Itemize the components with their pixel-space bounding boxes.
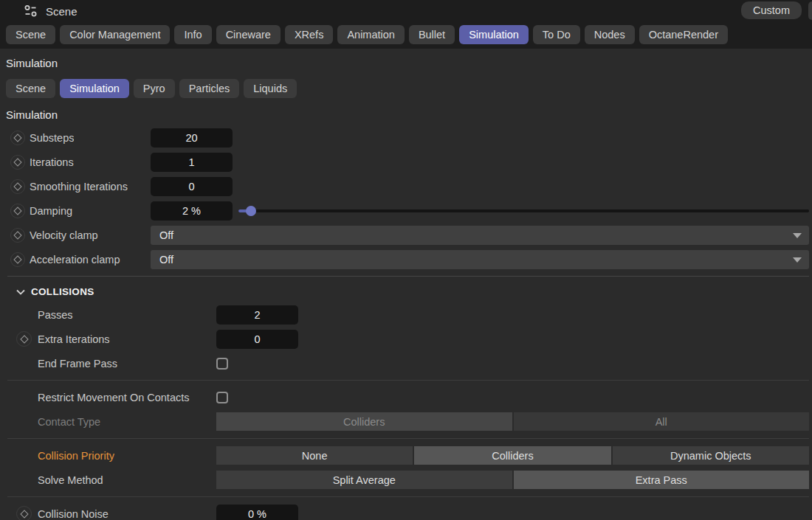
- contact-type-option-colliders: Colliders: [216, 412, 512, 431]
- chevron-down-icon: [793, 233, 802, 238]
- tab-scene[interactable]: Scene: [6, 25, 55, 44]
- tab-nodes[interactable]: Nodes: [585, 25, 635, 44]
- param-row-solve-method: Solve Method Split Average Extra Pass: [0, 468, 812, 492]
- param-row-smoothing-iterations: Smoothing Iterations 0: [0, 174, 812, 198]
- collision-noise-input[interactable]: 0 %: [216, 505, 298, 520]
- collisions-group-header[interactable]: COLLISIONS: [0, 281, 812, 302]
- subtab-scene[interactable]: Scene: [6, 79, 55, 98]
- solve-method-option-split-average[interactable]: Split Average: [216, 471, 512, 489]
- slider-track[interactable]: [238, 209, 809, 212]
- param-row-restrict-movement: Restrict Movement On Contacts: [0, 385, 812, 409]
- passes-input[interactable]: 2: [216, 305, 298, 325]
- keyframe-diamond-icon[interactable]: [10, 131, 25, 145]
- damping-label: Damping: [30, 205, 72, 217]
- restrict-movement-checkbox[interactable]: [216, 392, 228, 403]
- tab-xrefs[interactable]: XRefs: [285, 25, 334, 44]
- collision-priority-option-colliders[interactable]: Colliders: [414, 446, 610, 465]
- page-title: Simulation: [0, 49, 812, 69]
- param-row-passes: Passes 2: [0, 302, 812, 327]
- divider: [7, 276, 809, 277]
- tab-cineware[interactable]: Cineware: [216, 25, 281, 44]
- tab-to-do[interactable]: To Do: [533, 25, 580, 44]
- main-tab-bar: Scene Color Management Info Cineware XRe…: [0, 22, 812, 44]
- sub-tab-bar: Scene Simulation Pyro Particles Liquids: [0, 69, 812, 98]
- subtab-pyro[interactable]: Pyro: [134, 79, 175, 98]
- damping-input[interactable]: 2 %: [151, 201, 233, 221]
- param-row-substeps: Substeps 20: [0, 125, 812, 150]
- smoothing-iterations-label: Smoothing Iterations: [30, 181, 128, 193]
- velocity-clamp-label: Velocity clamp: [30, 229, 98, 241]
- solve-method-option-extra-pass[interactable]: Extra Pass: [514, 471, 810, 489]
- tab-color-management[interactable]: Color Management: [60, 25, 170, 44]
- substeps-input[interactable]: 20: [151, 128, 233, 148]
- velocity-clamp-value: Off: [159, 229, 173, 241]
- substeps-label: Substeps: [30, 132, 74, 144]
- collision-priority-label: Collision Priority: [38, 450, 114, 462]
- collisions-group-title: COLLISIONS: [31, 286, 94, 297]
- window-title: Scene: [46, 5, 78, 18]
- param-row-damping: Damping 2 %: [0, 198, 812, 223]
- subtab-particles[interactable]: Particles: [179, 79, 240, 98]
- tab-octanerender[interactable]: OctaneRender: [639, 25, 728, 44]
- tab-bullet[interactable]: Bullet: [409, 25, 455, 44]
- acceleration-clamp-label: Acceleration clamp: [30, 254, 120, 266]
- collision-noise-label: Collision Noise: [38, 508, 109, 520]
- passes-label: Passes: [38, 309, 73, 321]
- tab-animation[interactable]: Animation: [337, 25, 404, 44]
- extra-iterations-input[interactable]: 0: [216, 330, 298, 349]
- velocity-clamp-select[interactable]: Off: [151, 226, 809, 245]
- divider: [7, 380, 809, 381]
- param-row-end-frame-pass: End Frame Pass: [0, 351, 812, 375]
- restrict-movement-label: Restrict Movement On Contacts: [38, 392, 190, 403]
- iterations-input[interactable]: 1: [151, 153, 233, 172]
- iterations-label: Iterations: [30, 156, 74, 168]
- keyframe-diamond-icon[interactable]: [10, 155, 25, 170]
- solve-method-label: Solve Method: [38, 474, 103, 486]
- param-row-collision-priority: Collision Priority None Colliders Dynami…: [0, 443, 812, 468]
- top-bar: Scene Custom Scene Color Management Info…: [0, 0, 812, 49]
- solve-method-segmented: Split Average Extra Pass: [216, 471, 809, 489]
- tab-simulation[interactable]: Simulation: [459, 25, 529, 44]
- contact-type-segmented: Colliders All: [216, 412, 809, 431]
- divider: [7, 438, 809, 439]
- end-frame-pass-label: End Frame Pass: [38, 358, 117, 370]
- slider-handle[interactable]: [246, 206, 256, 216]
- param-row-collision-noise: Collision Noise 0 %: [0, 502, 812, 520]
- clipped-button[interactable]: [808, 1, 812, 20]
- param-row-velocity-clamp: Velocity clamp Off: [0, 223, 812, 247]
- contact-type-label: Contact Type: [38, 416, 100, 428]
- keyframe-diamond-icon[interactable]: [16, 331, 32, 347]
- title-row: Scene Custom: [0, 0, 812, 22]
- acceleration-clamp-value: Off: [159, 254, 173, 266]
- custom-layout-button[interactable]: Custom: [741, 1, 802, 19]
- acceleration-clamp-select[interactable]: Off: [151, 250, 809, 269]
- collision-priority-option-dynamic-objects[interactable]: Dynamic Objects: [613, 446, 809, 465]
- section-title: Simulation: [0, 98, 812, 125]
- scene-manager-icon: [24, 4, 38, 18]
- keyframe-diamond-icon[interactable]: [10, 228, 25, 243]
- end-frame-pass-checkbox[interactable]: [216, 358, 228, 370]
- chevron-down-icon: [793, 257, 802, 263]
- divider: [7, 496, 809, 497]
- smoothing-iterations-input[interactable]: 0: [151, 177, 233, 196]
- param-row-acceleration-clamp: Acceleration clamp Off: [0, 247, 812, 271]
- contact-type-option-all: All: [514, 412, 810, 431]
- param-row-contact-type: Contact Type Colliders All: [0, 409, 812, 434]
- keyframe-diamond-icon[interactable]: [10, 179, 25, 194]
- collision-priority-segmented: None Colliders Dynamic Objects: [216, 446, 809, 465]
- subtab-liquids[interactable]: Liquids: [244, 79, 297, 98]
- collision-priority-option-none[interactable]: None: [216, 446, 413, 465]
- subtab-simulation[interactable]: Simulation: [60, 79, 129, 98]
- keyframe-diamond-icon[interactable]: [10, 204, 25, 218]
- param-row-iterations: Iterations 1: [0, 150, 812, 174]
- extra-iterations-label: Extra Iterations: [38, 333, 110, 345]
- tab-info[interactable]: Info: [174, 25, 211, 44]
- keyframe-diamond-icon[interactable]: [16, 506, 32, 520]
- param-row-extra-iterations: Extra Iterations 0: [0, 327, 812, 351]
- keyframe-diamond-icon[interactable]: [10, 252, 25, 267]
- damping-slider[interactable]: [238, 206, 809, 216]
- chevron-expand-icon[interactable]: [16, 289, 25, 295]
